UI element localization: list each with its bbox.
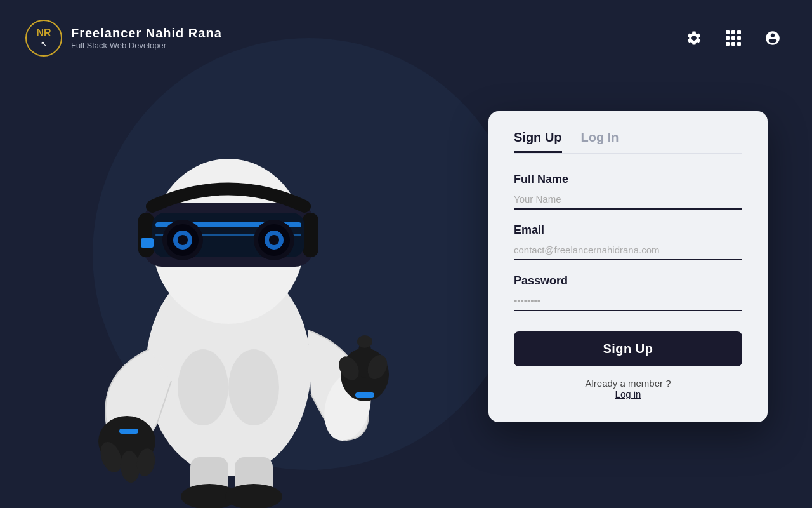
settings-button[interactable]	[680, 24, 708, 52]
tabs: Sign Up Log In	[514, 130, 742, 154]
grid-button[interactable]	[719, 24, 747, 52]
svg-point-16	[269, 235, 279, 245]
tab-login[interactable]: Log In	[581, 130, 619, 153]
tab-signup[interactable]: Sign Up	[514, 130, 562, 153]
logo-badge: NR ↖	[25, 20, 62, 57]
svg-point-18	[178, 349, 228, 425]
grid-icon	[726, 30, 741, 46]
gear-icon	[686, 30, 702, 46]
email-input[interactable]	[514, 241, 742, 260]
already-text: Already a member ?	[585, 378, 671, 389]
svg-rect-4	[138, 213, 154, 257]
svg-point-28	[357, 335, 372, 348]
login-link[interactable]: Log in	[615, 389, 641, 399]
logo-area: NR ↖ Freelancer Nahid Rana Full Stack We…	[25, 20, 222, 57]
logo-subtitle: Full Stack Web Developer	[71, 41, 222, 50]
email-label: Email	[514, 224, 742, 237]
profile-button[interactable]	[759, 24, 787, 52]
logo-text: Freelancer Nahid Rana Full Stack Web Dev…	[71, 26, 222, 50]
header-icons	[680, 24, 787, 52]
full-name-group: Full Name	[514, 173, 742, 210]
email-group: Email	[514, 224, 742, 260]
header: NR ↖ Freelancer Nahid Rana Full Stack We…	[0, 0, 812, 76]
svg-point-34	[225, 484, 282, 508]
svg-rect-35	[355, 392, 374, 398]
logo-title: Freelancer Nahid Rana	[71, 26, 222, 41]
logo-initials: NR	[36, 28, 51, 38]
svg-point-19	[228, 349, 279, 425]
password-input[interactable]	[514, 291, 742, 311]
svg-point-12	[178, 235, 188, 245]
already-member-text: Already a member ? Log in	[514, 378, 742, 399]
logo-cursor: ↖	[41, 39, 47, 48]
full-name-label: Full Name	[514, 173, 742, 186]
full-name-input[interactable]	[514, 190, 742, 210]
form-card: Sign Up Log In Full Name Email Password …	[488, 111, 768, 422]
robot-area	[13, 64, 444, 508]
svg-rect-17	[141, 238, 154, 248]
robot-illustration	[44, 76, 412, 508]
svg-rect-24	[119, 429, 138, 434]
password-label: Password	[514, 274, 742, 288]
profile-icon	[764, 30, 781, 46]
signup-button[interactable]: Sign Up	[514, 331, 742, 366]
password-group: Password	[514, 274, 742, 311]
svg-rect-5	[303, 213, 318, 257]
